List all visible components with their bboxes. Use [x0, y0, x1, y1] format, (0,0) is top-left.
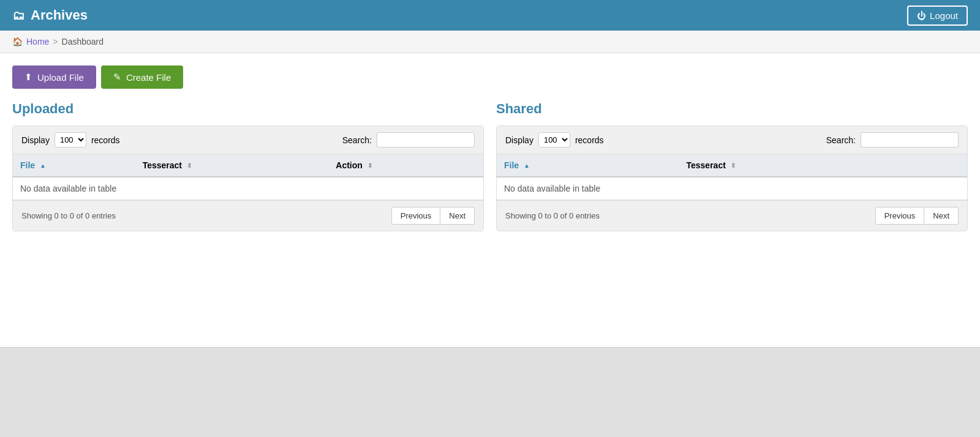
shared-col-file-sort: ▲ — [524, 163, 530, 169]
uploaded-previous-button[interactable]: Previous — [391, 207, 441, 225]
app-title-group: 🗂 Archives — [12, 7, 88, 23]
shared-pagination: Previous Next — [875, 207, 959, 225]
uploaded-showing-text: Showing 0 to 0 of 0 entries — [21, 211, 116, 220]
uploaded-display-controls: Display 100 10 25 50 records — [21, 132, 120, 148]
uploaded-no-data-row: No data available in table — [13, 177, 483, 200]
uploaded-col-action[interactable]: Action ⇕ — [328, 154, 483, 177]
power-icon: ⏻ — [917, 10, 926, 21]
uploaded-next-button[interactable]: Next — [440, 207, 475, 225]
shared-table-footer: Showing 0 to 0 of 0 entries Previous Nex… — [497, 200, 967, 231]
shared-next-button[interactable]: Next — [924, 207, 959, 225]
logout-label: Logout — [930, 10, 958, 21]
shared-table-header-row: File ▲ Tesseract ⇕ — [497, 154, 967, 177]
create-file-button[interactable]: ✎ Create File — [101, 65, 183, 89]
uploaded-pagination: Previous Next — [391, 207, 475, 225]
app-header: 🗂 Archives ⏻ Logout — [0, 0, 980, 31]
uploaded-section-title: Uploaded — [12, 101, 484, 117]
breadcrumb: 🏠 Home > Dashboard — [0, 31, 980, 53]
uploaded-col-action-sort: ⇕ — [368, 163, 372, 169]
breadcrumb-current: Dashboard — [62, 37, 104, 47]
uploaded-col-tesseract-sort: ⇕ — [187, 163, 192, 169]
shared-col-tesseract-sort: ⇕ — [731, 163, 736, 169]
shared-search-label: Search: — [826, 135, 856, 145]
uploaded-display-label: Display — [21, 135, 50, 145]
sections-row: Uploaded Display 100 10 25 50 records — [12, 101, 968, 231]
shared-no-data-cell: No data available in table — [497, 177, 967, 200]
shared-col-file-label: File — [504, 160, 519, 170]
home-link[interactable]: Home — [26, 37, 49, 47]
uploaded-col-tesseract[interactable]: Tesseract ⇕ — [135, 154, 329, 177]
app-title: Archives — [31, 7, 88, 23]
shared-section: Shared Display 100 10 25 50 records — [496, 101, 968, 231]
uploaded-table-header-row: File ▲ Tesseract ⇕ Action — [13, 154, 483, 177]
uploaded-table-controls: Display 100 10 25 50 records Search: — [13, 126, 483, 154]
shared-showing-text: Showing 0 to 0 of 0 entries — [505, 211, 600, 220]
uploaded-col-tesseract-label: Tesseract — [143, 160, 182, 170]
uploaded-records-label: records — [91, 135, 120, 145]
upload-label: Upload File — [37, 72, 84, 83]
shared-previous-button[interactable]: Previous — [875, 207, 925, 225]
page-footer — [0, 347, 980, 437]
uploaded-table-footer: Showing 0 to 0 of 0 entries Previous Nex… — [13, 200, 483, 231]
uploaded-table-container: Display 100 10 25 50 records Search: — [12, 125, 484, 231]
shared-col-tesseract[interactable]: Tesseract ⇕ — [679, 154, 967, 177]
create-icon: ✎ — [113, 72, 121, 83]
shared-display-controls: Display 100 10 25 50 records — [505, 132, 604, 148]
uploaded-search-label: Search: — [342, 135, 372, 145]
upload-icon: ⬆ — [24, 72, 32, 83]
shared-records-label: records — [575, 135, 604, 145]
upload-file-button[interactable]: ⬆ Upload File — [12, 65, 96, 89]
shared-no-data-row: No data available in table — [497, 177, 967, 200]
uploaded-col-file[interactable]: File ▲ — [13, 154, 135, 177]
breadcrumb-separator: > — [53, 37, 58, 47]
shared-table-container: Display 100 10 25 50 records Search: — [496, 125, 968, 231]
uploaded-section: Uploaded Display 100 10 25 50 records — [12, 101, 484, 231]
shared-display-label: Display — [505, 135, 533, 145]
main-content: ⬆ Upload File ✎ Create File Uploaded Dis… — [0, 53, 980, 347]
uploaded-search-input[interactable] — [377, 132, 475, 148]
uploaded-table: File ▲ Tesseract ⇕ Action — [13, 154, 483, 200]
uploaded-col-file-sort: ▲ — [40, 163, 46, 169]
uploaded-no-data-cell: No data available in table — [13, 177, 483, 200]
archives-icon: 🗂 — [12, 9, 24, 23]
action-buttons-group: ⬆ Upload File ✎ Create File — [12, 65, 968, 89]
logout-button[interactable]: ⏻ Logout — [907, 6, 968, 26]
uploaded-col-action-label: Action — [336, 160, 363, 170]
uploaded-search-group: Search: — [342, 132, 475, 148]
shared-col-file[interactable]: File ▲ — [497, 154, 679, 177]
shared-records-select[interactable]: 100 10 25 50 — [538, 132, 570, 148]
uploaded-records-select[interactable]: 100 10 25 50 — [55, 132, 86, 148]
home-icon: 🏠 — [12, 37, 23, 47]
shared-table: File ▲ Tesseract ⇕ — [497, 154, 967, 200]
shared-table-controls: Display 100 10 25 50 records Search: — [497, 126, 967, 154]
shared-search-input[interactable] — [861, 132, 959, 148]
shared-section-title: Shared — [496, 101, 968, 117]
shared-search-group: Search: — [826, 132, 959, 148]
create-label: Create File — [126, 72, 171, 83]
uploaded-col-file-label: File — [20, 160, 35, 170]
shared-col-tesseract-label: Tesseract — [686, 160, 725, 170]
